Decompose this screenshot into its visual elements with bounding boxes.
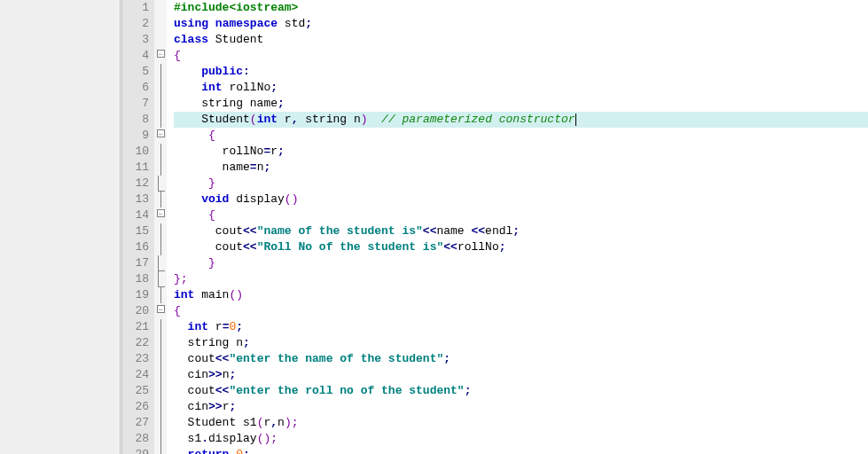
fold-gutter[interactable] (154, 0, 167, 454)
code-area[interactable]: #include<iostream>using namespace std;cl… (167, 0, 868, 454)
code-editor[interactable]: 1234567891011121314151617181920212223242… (121, 0, 868, 454)
line-number-gutter: 1234567891011121314151617181920212223242… (122, 0, 154, 454)
pane-divider (120, 0, 121, 454)
